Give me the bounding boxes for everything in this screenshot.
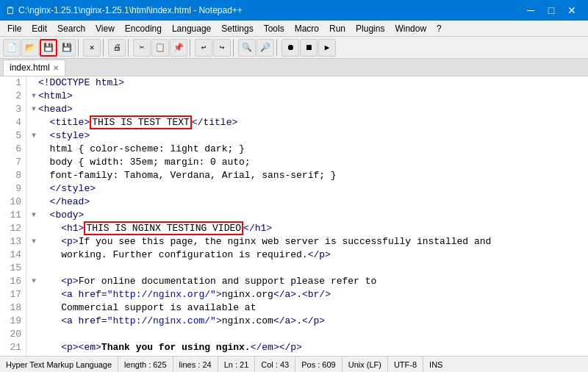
line-number-17: 17 <box>4 288 21 301</box>
code-area[interactable]: <!DOCTYPE html>▼<html>▼<head> <title>THI… <box>26 76 588 356</box>
line-number-6: 6 <box>4 143 21 156</box>
line-number-4: 4 <box>4 116 21 129</box>
line-number-21: 21 <box>4 341 21 354</box>
fold-icon-5[interactable]: ▼ <box>29 129 38 143</box>
menu-item-settings[interactable]: Settings <box>217 22 257 35</box>
save-button[interactable]: 💾 <box>40 39 57 57</box>
tab-close-icon[interactable]: ✕ <box>53 64 59 72</box>
undo-button[interactable]: ↩ <box>195 39 212 57</box>
status-eol: Unix (LF) <box>343 357 388 372</box>
code-content-8: font-family: Tahoma, Verdana, Arial, san… <box>38 169 585 182</box>
macro-stop-button[interactable]: ⏹ <box>300 39 318 57</box>
code-line-2: ▼<html> <box>29 90 585 103</box>
status-pos: Pos : 609 <box>295 357 342 372</box>
code-content-12: <h1>THIS IS NGINX TESTING VIDEO</h1> <box>38 222 585 235</box>
redo-button[interactable]: ↪ <box>213 39 231 57</box>
menu-item-macro[interactable]: Macro <box>290 22 323 35</box>
toolbar: 📄 📂 💾 💾 ✕ 🖨 ✂ 📋 📌 ↩ ↪ 🔍 🔎 ⏺ ⏹ ▶ <box>0 37 588 59</box>
code-content-19: <a href="http://nginx.com/">nginx.com</a… <box>38 315 585 328</box>
menu-item-view[interactable]: View <box>91 22 119 35</box>
print-button[interactable]: 🖨 <box>108 39 126 57</box>
menu-item-language[interactable]: Language <box>168 22 215 35</box>
code-line-5: ▼ <style> <box>29 129 585 143</box>
code-line-6: html { color-scheme: light dark; } <box>29 143 585 156</box>
fold-icon-3[interactable]: ▼ <box>29 103 38 116</box>
close-doc-button[interactable]: ✕ <box>83 39 101 57</box>
code-line-22: </body> <box>29 354 585 356</box>
menu-item-?[interactable]: ? <box>432 22 446 35</box>
copy-button[interactable]: 📋 <box>151 39 169 57</box>
code-line-16: ▼ <p>For online documentation and suppor… <box>29 275 585 288</box>
maximize-button[interactable]: □ <box>541 0 562 21</box>
code-line-8: font-family: Tahoma, Verdana, Arial, san… <box>29 169 585 182</box>
close-button[interactable]: ✕ <box>562 0 582 21</box>
menu-item-encoding[interactable]: Encoding <box>121 22 166 35</box>
status-ins: INS <box>423 357 448 372</box>
fold-icon-13[interactable]: ▼ <box>29 235 38 248</box>
macro-play-button[interactable]: ▶ <box>318 39 336 57</box>
zoom-out-button[interactable]: 🔎 <box>257 39 274 57</box>
toolbar-sep-3 <box>128 39 131 57</box>
toolbar-sep-4 <box>190 39 193 57</box>
save-all-button[interactable]: 💾 <box>58 39 76 57</box>
toolbar-sep-5 <box>233 39 236 57</box>
code-content-21: <p><em>Thank you for using nginx.</em></… <box>38 341 585 354</box>
code-line-10: </head> <box>29 196 585 209</box>
status-filetype: Hyper Text Markup Language <box>6 357 118 372</box>
open-file-button[interactable]: 📂 <box>21 39 39 57</box>
menu-item-edit[interactable]: Edit <box>27 22 51 35</box>
menu-item-plugins[interactable]: Plugins <box>351 22 389 35</box>
editor: 123456789101112131415161718192021222324 … <box>0 76 588 356</box>
tab-index-html[interactable]: index.html ✕ <box>3 60 65 76</box>
code-content-3: <head> <box>38 103 585 116</box>
cut-button[interactable]: ✂ <box>133 39 151 57</box>
line-number-13: 13 <box>4 235 21 248</box>
code-content-10: </head> <box>38 196 585 209</box>
code-line-3: ▼<head> <box>29 103 585 116</box>
line-number-7: 7 <box>4 156 21 169</box>
code-content-7: body { width: 35em; margin: 0 auto; <box>38 156 585 169</box>
fold-icon-2[interactable]: ▼ <box>29 90 38 103</box>
macro-rec-button[interactable]: ⏺ <box>282 39 299 57</box>
code-content-6: html { color-scheme: light dark; } <box>38 143 585 156</box>
line-number-8: 8 <box>4 169 21 182</box>
line-number-3: 3 <box>4 103 21 116</box>
line-number-22: 22 <box>4 354 21 356</box>
code-content-18: Commercial support is available at <box>38 301 585 315</box>
menu-item-tools[interactable]: Tools <box>259 22 289 35</box>
menu-item-run[interactable]: Run <box>325 22 350 35</box>
toolbar-sep-6 <box>276 39 279 57</box>
code-content-2: <html> <box>38 90 585 103</box>
tab-label: index.html <box>10 62 50 73</box>
code-content-16: <p>For online documentation and support … <box>38 275 585 288</box>
paste-button[interactable]: 📌 <box>170 39 187 57</box>
code-content-13: <p>If you see this page, the nginx web s… <box>38 235 585 248</box>
code-line-12: <h1>THIS IS NGINX TESTING VIDEO</h1> <box>29 222 585 235</box>
code-line-19: <a href="http://nginx.com/">nginx.com</a… <box>29 315 585 328</box>
code-line-17: <a href="http://nginx.org/">nginx.org</a… <box>29 288 585 301</box>
menu-item-file[interactable]: File <box>3 22 26 35</box>
code-content-17: <a href="http://nginx.org/">nginx.org</a… <box>38 288 585 301</box>
status-bar: Hyper Text Markup Language length : 625 … <box>0 356 588 372</box>
code-line-9: </style> <box>29 182 585 196</box>
code-content-4: <title>THIS IS TEST TEXT</title> <box>38 116 585 129</box>
menu-item-search[interactable]: Search <box>53 22 90 35</box>
line-number-20: 20 <box>4 328 21 341</box>
fold-icon-16[interactable]: ▼ <box>29 275 38 288</box>
code-content-5: <style> <box>38 129 585 143</box>
code-line-11: ▼ <body> <box>29 209 585 222</box>
line-number-1: 1 <box>4 76 21 90</box>
new-file-button[interactable]: 📄 <box>3 39 21 57</box>
window-controls: ─ □ ✕ <box>520 0 582 21</box>
line-number-14: 14 <box>4 248 21 262</box>
line-number-11: 11 <box>4 209 21 222</box>
minimize-button[interactable]: ─ <box>520 0 541 21</box>
code-line-1: <!DOCTYPE html> <box>29 76 585 90</box>
code-content-14: working. Further configuration is requir… <box>38 248 585 262</box>
menu-item-window[interactable]: Window <box>390 22 431 35</box>
zoom-in-button[interactable]: 🔍 <box>238 39 256 57</box>
line-number-2: 2 <box>4 90 21 103</box>
line-number-5: 5 <box>4 129 21 143</box>
line-number-9: 9 <box>4 182 21 196</box>
fold-icon-11[interactable]: ▼ <box>29 209 38 222</box>
